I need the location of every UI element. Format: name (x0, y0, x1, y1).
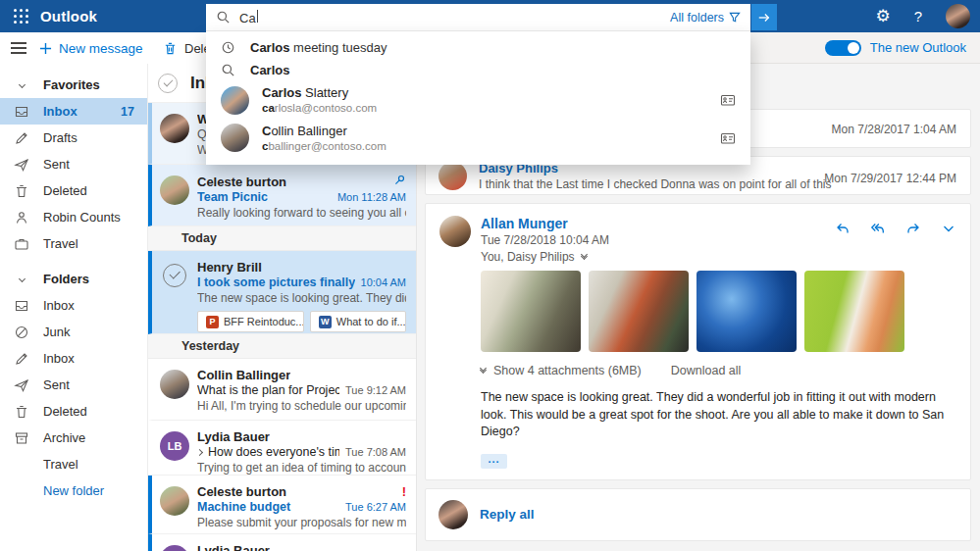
message-row[interactable]: LB Lydia Bauer (148, 534, 416, 551)
download-all-link[interactable]: Download all (671, 364, 742, 377)
message-row[interactable]: LB Lydia Bauer How does everyone's timel… (148, 421, 416, 476)
expand-conversation-chevron[interactable] (197, 443, 202, 458)
help-icon[interactable]: ? (914, 8, 922, 25)
contact-card-icon[interactable] (720, 130, 736, 146)
search-history-item[interactable]: Carlos meeting tuesday (206, 36, 750, 59)
message-date: Mon 7/29/2017 12:44 PM (824, 172, 956, 185)
avatar (160, 486, 189, 516)
hamburger-menu-icon[interactable] (11, 39, 26, 57)
attachment-image-3[interactable] (696, 271, 797, 352)
icon-placeholder (14, 457, 29, 473)
history-clock-icon (221, 40, 235, 55)
avatar-initials: LB (160, 431, 189, 461)
date-group-header: Yesterday (148, 334, 416, 359)
chevron-down-icon (14, 77, 29, 93)
block-icon (14, 325, 29, 340)
attachment-image-1[interactable] (481, 271, 581, 352)
inbox-icon (14, 104, 29, 120)
recipients-line[interactable]: You, Daisy Philips (481, 250, 609, 264)
word-file-icon: W (319, 316, 332, 328)
attachment-image-2[interactable] (589, 271, 689, 352)
message-preview: I think that the Last time I checked Don… (479, 177, 832, 191)
search-suggestion-item[interactable]: Carlos (206, 59, 750, 81)
double-chevron-down-icon (481, 369, 486, 373)
message-row[interactable]: Celeste burton ! Machine budgetTue 6:27 … (148, 476, 416, 534)
trash-icon (14, 183, 29, 199)
sidebar-item-robin-counts[interactable]: Robin Counts (0, 204, 147, 230)
new-outlook-toggle-label: The new Outlook (870, 40, 966, 55)
avatar (221, 86, 249, 115)
reply-icon[interactable] (835, 221, 851, 236)
search-submit-button[interactable] (751, 4, 777, 30)
settings-gear-icon[interactable]: ⚙ (875, 8, 890, 25)
user-avatar[interactable] (946, 4, 970, 28)
date-group-header: Today (148, 226, 416, 251)
sidebar-item-inbox-3[interactable]: Inbox (0, 345, 147, 372)
forward-icon[interactable] (905, 221, 921, 236)
show-attachments-link[interactable]: Show 4 attachments (6MB) (493, 364, 642, 377)
search-person-result[interactable]: Collin Ballinger cballinger@contoso.com (206, 120, 750, 158)
message-row-selected[interactable]: Henry Brill I took some pictures finally… (148, 251, 416, 334)
app-title: Outlook (40, 8, 97, 25)
reply-all-icon[interactable] (870, 221, 886, 236)
chevron-down-icon[interactable] (941, 221, 956, 236)
avatar (160, 370, 189, 399)
folder-sidebar: Favorites Inbox 17 Drafts Sent Deleted R… (0, 64, 147, 551)
reply-all-card[interactable]: Reply all (425, 488, 971, 541)
sidebar-item-travel-2[interactable]: Travel (0, 451, 147, 477)
sidebar-item-sent-2[interactable]: Sent (0, 372, 147, 398)
message-checkbox[interactable] (163, 264, 186, 287)
search-icon (221, 63, 235, 77)
search-person-result[interactable]: Carlos Slattery carlosla@contoso.com (206, 81, 750, 120)
search-scope-label: All folders (670, 11, 724, 25)
person-icon (14, 210, 29, 225)
arrow-right-icon (757, 11, 771, 25)
message-body: The new space is looking great. They did… (481, 389, 956, 441)
attachment-thumbnails (481, 271, 956, 352)
search-input[interactable]: Ca All folders (206, 4, 750, 30)
avatar (160, 114, 189, 143)
message-date: Mon 7/28/2017 1:04 AM (832, 123, 956, 136)
sidebar-item-sent[interactable]: Sent (0, 151, 147, 177)
new-message-button[interactable]: New message (39, 41, 143, 56)
folders-section-header[interactable]: Folders (0, 266, 147, 292)
select-all-checkbox[interactable] (158, 74, 178, 93)
plus-icon (39, 42, 52, 55)
sidebar-item-inbox[interactable]: Inbox 17 (0, 98, 147, 125)
show-trimmed-content-button[interactable]: ... (481, 454, 507, 469)
sidebar-item-drafts[interactable]: Drafts (0, 125, 147, 151)
message-row[interactable]: Collin Ballinger What is the plan for Pr… (148, 359, 416, 421)
pin-icon (393, 174, 406, 186)
search-scope-selector[interactable]: All folders (670, 11, 741, 25)
high-importance-icon: ! (402, 484, 406, 499)
contact-card-icon[interactable] (720, 92, 736, 108)
new-outlook-toggle[interactable] (825, 40, 861, 56)
filter-funnel-icon (729, 12, 741, 24)
new-folder-button[interactable]: New folder (0, 477, 147, 504)
sidebar-item-junk[interactable]: Junk (0, 319, 147, 345)
text-caret (257, 10, 258, 23)
sidebar-item-inbox-2[interactable]: Inbox (0, 292, 147, 319)
unread-count-badge: 17 (121, 105, 134, 119)
chevron-down-icon (14, 272, 29, 287)
sidebar-item-deleted-2[interactable]: Deleted (0, 398, 147, 425)
sidebar-item-archive[interactable]: Archive (0, 425, 147, 451)
avatar (221, 124, 249, 152)
search-icon (216, 10, 231, 25)
sidebar-item-travel[interactable]: Travel (0, 230, 147, 257)
reply-all-button[interactable]: Reply all (480, 507, 535, 522)
message-row[interactable]: Celeste burton Team PicnicMon 11:28 AM R… (148, 165, 416, 226)
search-overlay: Ca All folders Carlos meeting tuesday Ca… (206, 4, 777, 165)
sidebar-item-deleted[interactable]: Deleted (0, 177, 147, 204)
powerpoint-file-icon: P (206, 316, 219, 328)
app-launcher-icon[interactable] (14, 9, 28, 24)
attachment-chip[interactable]: P BFF Reintoduc... (197, 311, 304, 332)
message-date: Tue 7/28/2018 10:04 AM (481, 233, 609, 247)
trash-icon (14, 404, 29, 420)
attachment-chip[interactable]: W What to do if... (310, 311, 406, 332)
attachment-image-4[interactable] (804, 271, 904, 352)
send-icon (14, 377, 29, 393)
sender-name: Allan Munger (481, 216, 609, 231)
search-value: Ca (239, 11, 256, 25)
favorites-section-header[interactable]: Favorites (0, 72, 147, 98)
